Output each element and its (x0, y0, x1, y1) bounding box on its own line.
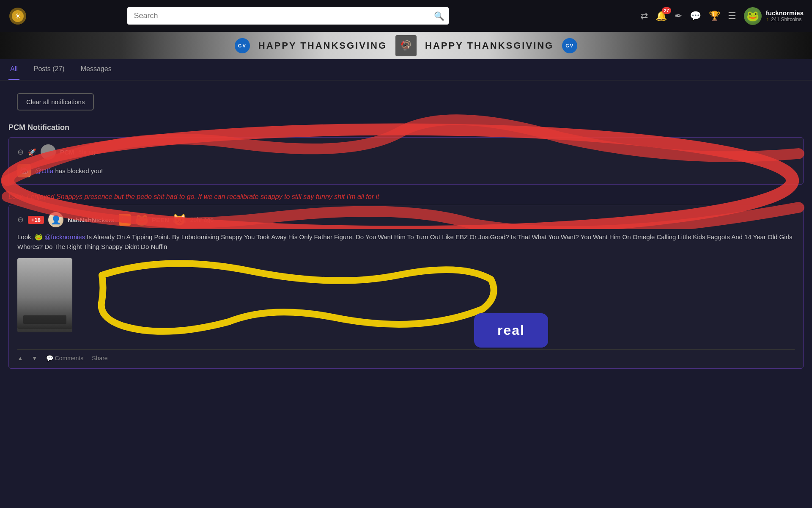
banner-badge-left: GV (235, 38, 250, 53)
shitcoins-label: ↑ 241 Shitcoins (766, 17, 804, 22)
search-input[interactable] (127, 7, 449, 25)
post-dismiss-button[interactable]: ⊖ (17, 215, 24, 224)
post-mention: @fucknormies (44, 233, 85, 240)
notification-time: 8hr ago (78, 149, 98, 155)
menu-icon[interactable]: ☰ (728, 11, 736, 22)
comment-button[interactable]: 💬 Comments (46, 355, 84, 362)
notification-mention: @Offa (35, 167, 53, 174)
post-co-avatars: 🐸 PEEN 😺 (135, 213, 186, 226)
notification-count: 27 (662, 7, 671, 14)
user-profile-section[interactable]: 🐸 fucknormies ↑ 241 Shitcoins (744, 7, 804, 25)
post-image-placeholder (17, 258, 72, 332)
post-media-area: real (17, 258, 795, 332)
banner-badge-right: GV (562, 38, 577, 53)
co-author-2-avatar: 😺 (173, 213, 186, 226)
notification-bell[interactable]: 🔔 27 (656, 11, 667, 22)
post-meta: ⊖ +18 👤 NahNahNickers 🟨 🐸 PEEN 😺 20hr ag… (17, 212, 795, 227)
notification-body-text: has blocked you! (55, 167, 103, 174)
post-actions: ▲ ▼ 💬 Comments Share (17, 349, 795, 362)
tab-all[interactable]: All (8, 59, 19, 80)
notification-source: PCM (60, 149, 74, 156)
share-button[interactable]: Share (92, 355, 107, 362)
post-author-avatar: 👤 (48, 212, 63, 227)
trophy-icon[interactable]: 🏆 (709, 11, 720, 22)
notification-avatar (41, 144, 56, 160)
post-content-area: Look, 🐸 @fucknormies Is Already On A Tip… (17, 232, 795, 362)
yellow-scribble (81, 241, 504, 347)
clear-notifications-button[interactable]: Clear all notifications (17, 93, 94, 110)
shitcoins-icon: ↑ (766, 17, 768, 22)
announcement-text: Look, I enjoyed Snappys presence but the… (0, 185, 812, 205)
notification-card: ⊖ 🚀 PCM 8hr ago 🦝 @Offa has blocked you! (8, 137, 804, 185)
real-button[interactable]: real (474, 313, 548, 348)
banner-text-left: HAPPY THANKSGIVING (258, 40, 387, 51)
banner: GV HAPPY THANKSGIVING 🦃 HAPPY THANKSGIVI… (0, 32, 812, 59)
banner-icon: 🦃 (395, 35, 417, 56)
random-icon[interactable]: ⇄ (640, 11, 648, 22)
post-image (17, 258, 72, 332)
notification-section-header: PCM Notification (8, 123, 804, 132)
post-author-name: NahNahNickers (68, 216, 115, 224)
rocket-icon: 🚀 (28, 148, 36, 156)
post-flair: +18 (28, 216, 44, 224)
notification-meta: ⊖ 🚀 PCM 8hr ago (17, 144, 795, 160)
banner-content: GV HAPPY THANKSGIVING 🦃 HAPPY THANKSGIVI… (235, 35, 577, 56)
nav-icons-group: ⇄ 🔔 27 ✒ 💬 🏆 ☰ 🐸 fucknormies ↑ 241 Shitc… (640, 7, 804, 25)
notification-sender-avatar: 🦝 (17, 164, 31, 177)
notification-text: @Offa has blocked you! (35, 167, 103, 174)
pcm-notification-section: PCM Notification ⊖ 🚀 PCM 8hr ago 🦝 @Offa… (0, 123, 812, 185)
post-author-badge: 🟨 (119, 214, 131, 226)
top-navigation: ☀ 🔍 ⇄ 🔔 27 ✒ 💬 🏆 ☰ 🐸 fucknormies ↑ 241 S… (0, 0, 812, 32)
tab-messages[interactable]: Messages (79, 59, 113, 80)
upvote-button[interactable]: ▲ (17, 355, 23, 362)
post-time: 20hr ago (190, 216, 214, 223)
post-body-text: Look, 🐸 @fucknormies Is Already On A Tip… (17, 232, 795, 251)
site-logo[interactable]: ☀ (8, 7, 27, 25)
tabs-bar: All Posts (27) Messages (0, 59, 812, 80)
banner-text-right: HAPPY THANKSGIVING (425, 40, 554, 51)
co-author-1-avatar: 🐸 (135, 213, 148, 226)
notification-body: 🦝 @Offa has blocked you! (17, 164, 795, 177)
username-label: fucknormies (766, 9, 804, 17)
user-info: fucknormies ↑ 241 Shitcoins (766, 9, 804, 22)
chat-icon[interactable]: 💬 (690, 11, 701, 22)
quill-icon[interactable]: ✒ (675, 11, 682, 22)
tab-posts[interactable]: Posts (27) (32, 59, 66, 80)
avatar: 🐸 (744, 7, 762, 25)
dismiss-button[interactable]: ⊖ (17, 147, 24, 157)
post-card: ⊖ +18 👤 NahNahNickers 🟨 🐸 PEEN 😺 20hr ag… (8, 205, 804, 369)
clear-notif-area: Clear all notifications (0, 80, 812, 123)
downvote-button[interactable]: ▼ (32, 355, 38, 362)
search-button[interactable]: 🔍 (434, 11, 444, 21)
search-container: 🔍 (127, 7, 449, 25)
svg-text:☀: ☀ (14, 12, 21, 20)
co-author-1-name: PEEN (152, 216, 169, 224)
